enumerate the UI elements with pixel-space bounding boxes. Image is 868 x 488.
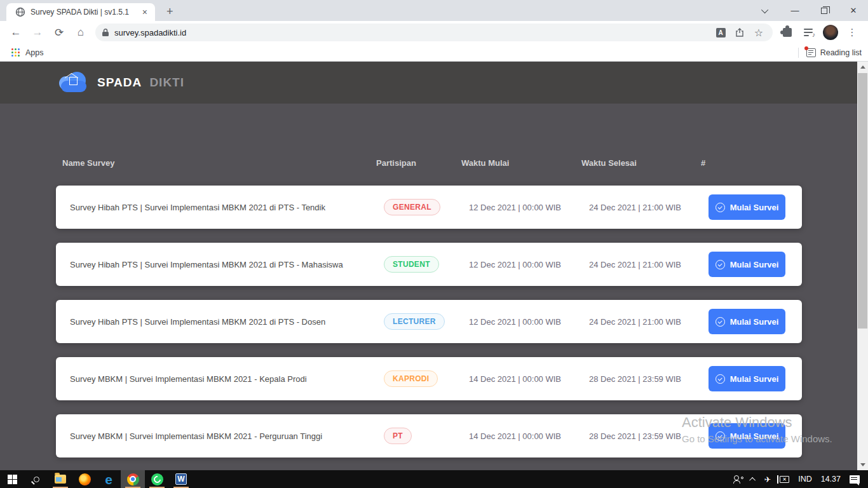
browser-tab[interactable]: Survey SPADA Dikti | sv1.5.1 ×: [6, 3, 155, 21]
tab-close-icon[interactable]: ×: [140, 7, 150, 17]
mulai-survei-button[interactable]: Mulai Survei: [709, 194, 785, 220]
word-icon[interactable]: W: [169, 470, 193, 488]
survey-row: Survey MBKM | Survei Implementasi MBKM 2…: [56, 414, 802, 458]
translate-icon[interactable]: A: [713, 25, 728, 40]
participant-badge: STUDENT: [384, 256, 439, 273]
share-icon[interactable]: [732, 25, 747, 40]
survey-row: Survey Hibah PTS | Survei Implementasi M…: [56, 186, 802, 229]
table-header-cell: #: [701, 158, 794, 168]
survey-name: Survey Hibah PTS | Survei Implementasi M…: [70, 260, 384, 269]
toolbar-right: ♪ ⋮: [776, 24, 863, 41]
extensions-puzzle-icon[interactable]: [778, 24, 796, 41]
table-header-cell: Waktu Mulai: [461, 158, 581, 168]
window-minimize-button[interactable]: —: [780, 0, 810, 21]
check-circle-icon: [715, 203, 725, 212]
forward-icon[interactable]: →: [29, 24, 46, 41]
survey-name: Survey MBKM | Survei Implementasi MBKM 2…: [70, 374, 384, 384]
firefox-icon[interactable]: [72, 470, 97, 488]
mulai-survei-label: Mulai Survei: [730, 374, 779, 384]
language-indicator[interactable]: IND: [794, 470, 817, 488]
taskbar-search-icon[interactable]: [24, 470, 48, 488]
end-time: 28 Dec 2021 | 23:59 WIB: [589, 431, 709, 441]
end-time: 28 Dec 2021 | 23:59 WIB: [589, 374, 709, 384]
apps-grid-icon[interactable]: [11, 48, 20, 57]
mulai-survei-label: Mulai Survei: [730, 431, 779, 441]
start-time: 14 Dec 2021 | 00:00 WIB: [469, 374, 589, 384]
check-circle-icon: [715, 431, 725, 441]
browser-toolbar: ← → ⟳ ⌂ survey.spadadikti.id A ☆ ♪ ⋮: [0, 21, 868, 44]
back-icon[interactable]: ←: [7, 24, 25, 41]
mulai-survei-button[interactable]: Mulai Survei: [709, 366, 785, 391]
window-restore-button[interactable]: [810, 0, 839, 21]
survey-row: Survey Hibah PTS | Survei Implementasi M…: [56, 243, 802, 286]
brand-secondary: DIKTI: [149, 76, 184, 89]
participant-badge: GENERAL: [384, 199, 440, 215]
home-icon[interactable]: ⌂: [72, 24, 90, 41]
site-navbar: SPADA DIKTI: [0, 62, 868, 104]
file-explorer-icon[interactable]: [48, 470, 72, 488]
brand-title[interactable]: SPADA DIKTI: [97, 76, 184, 90]
airplane-mode-icon[interactable]: ✈: [760, 470, 775, 488]
survey-row: Survey Hibah PTS | Survei Implementasi M…: [56, 300, 802, 343]
edge-icon[interactable]: e: [97, 470, 121, 488]
spada-cloud-logo-icon[interactable]: [59, 72, 90, 93]
browser-menu-icon[interactable]: ⋮: [843, 24, 861, 41]
participant-badge: PT: [384, 428, 412, 444]
scrollbar-thumb[interactable]: [858, 73, 867, 329]
chrome-icon[interactable]: [121, 470, 145, 488]
action-center-icon[interactable]: [845, 470, 864, 488]
table-header-row: Name SurveyPartisipanWaktu MulaiWaktu Se…: [56, 158, 802, 168]
window-close-button[interactable]: ✕: [839, 0, 868, 21]
address-bar[interactable]: survey.spadadikti.id A ☆: [95, 24, 773, 41]
end-time: 24 Dec 2021 | 21:00 WIB: [589, 317, 709, 327]
browser-titlebar: Survey SPADA Dikti | sv1.5.1 × + — ✕: [0, 0, 868, 21]
survey-name: Survey Hibah PTS | Survei Implementasi M…: [70, 317, 384, 327]
reload-icon[interactable]: ⟳: [50, 24, 68, 41]
end-time: 24 Dec 2021 | 21:00 WIB: [589, 203, 709, 212]
bookmark-star-icon[interactable]: ☆: [751, 25, 766, 40]
pen-input-icon[interactable]: ✕: [775, 470, 794, 488]
mulai-survei-label: Mulai Survei: [730, 317, 779, 327]
profile-avatar[interactable]: [822, 24, 839, 41]
reading-list-icon[interactable]: [806, 48, 816, 57]
mulai-survei-button[interactable]: Mulai Survei: [709, 423, 785, 449]
mulai-survei-label: Mulai Survei: [730, 260, 779, 269]
reading-list-label[interactable]: Reading list: [820, 48, 862, 57]
survey-name: Survey Hibah PTS | Survei Implementasi M…: [70, 203, 384, 212]
check-circle-icon: [715, 260, 725, 269]
url-text[interactable]: survey.spadadikti.id: [114, 28, 709, 37]
window-controls: — ✕: [751, 0, 868, 21]
check-circle-icon: [715, 317, 725, 327]
bookmarks-bar: Apps Reading list: [0, 44, 868, 62]
start-button[interactable]: [0, 470, 24, 488]
clock[interactable]: 14.37: [817, 470, 845, 488]
start-time: 12 Dec 2021 | 00:00 WIB: [469, 203, 589, 212]
table-header-cell: Name Survey: [62, 158, 376, 168]
page-content: SPADA DIKTI Name SurveyPartisipanWaktu M…: [0, 62, 868, 470]
mulai-survei-label: Mulai Survei: [730, 203, 779, 212]
participant-badge: LECTURER: [384, 313, 445, 330]
participant-badge: KAPRODI: [384, 370, 438, 387]
survey-list: Survey Hibah PTS | Survei Implementasi M…: [56, 186, 802, 470]
brand-primary: SPADA: [97, 76, 142, 89]
mulai-survei-button[interactable]: Mulai Survei: [709, 309, 785, 334]
mulai-survei-button[interactable]: Mulai Survei: [709, 252, 785, 277]
system-tray: ✈ ✕ IND 14.37: [729, 470, 868, 488]
people-icon[interactable]: [729, 470, 747, 488]
lock-icon: [102, 28, 109, 37]
survey-row: Survey MBKM | Survei Implementasi MBKM 2…: [56, 357, 802, 400]
scrollbar-down-icon[interactable]: [857, 459, 868, 470]
tray-chevron-up-icon[interactable]: [747, 470, 760, 488]
whatsapp-icon[interactable]: [145, 470, 169, 488]
scrollbar-up-icon[interactable]: [857, 62, 868, 72]
page-scrollbar[interactable]: [857, 62, 868, 470]
table-header-cell: Partisipan: [376, 158, 461, 168]
media-playlist-icon[interactable]: ♪: [800, 24, 818, 41]
new-tab-button[interactable]: +: [161, 5, 179, 18]
apps-label[interactable]: Apps: [25, 48, 44, 57]
end-time: 24 Dec 2021 | 21:00 WIB: [589, 260, 709, 269]
check-circle-icon: [715, 374, 725, 384]
table-header-cell: Waktu Selesai: [581, 158, 701, 168]
window-chevron-icon[interactable]: [751, 0, 780, 21]
start-time: 14 Dec 2021 | 00:00 WIB: [469, 431, 589, 441]
